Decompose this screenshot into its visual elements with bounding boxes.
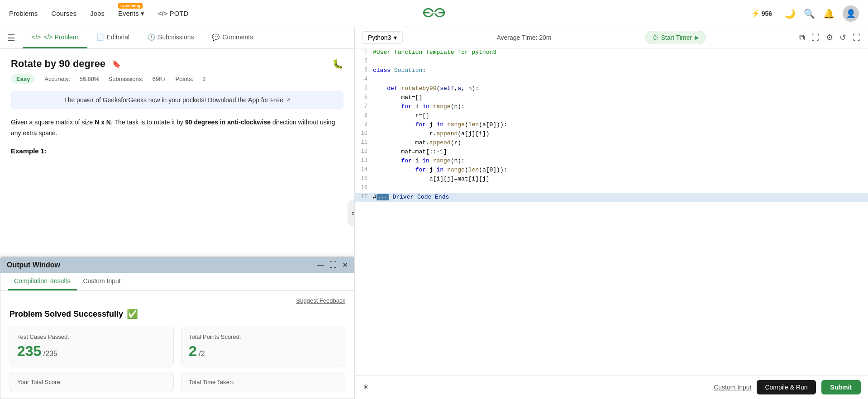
code-line-4: 4 (355, 76, 868, 85)
nav-problems[interactable]: Problems (9, 10, 38, 17)
compile-run-button[interactable]: Compile & Run (757, 380, 816, 394)
gfg-logo (423, 4, 445, 22)
expand-button[interactable]: ⛶ (329, 261, 337, 269)
play-icon: ▶ (695, 34, 699, 41)
test-cases-value: 235 (17, 343, 41, 359)
code-line-13: 13 for i in range(n): (355, 157, 868, 166)
nav-events[interactable]: Upcoming Events ▾ (118, 10, 144, 18)
code-line-16: 16 (355, 184, 868, 193)
suggest-feedback-row: Suggest Feedback (10, 297, 345, 304)
minimize-button[interactable]: — (317, 261, 324, 269)
tab-comments[interactable]: 💬 Comments (203, 27, 262, 48)
test-cases-value-row: 235 /235 (17, 343, 166, 360)
submit-button[interactable]: Submit (821, 380, 861, 394)
test-cases-label: Test Cases Passed: (17, 333, 166, 340)
bottom-actions: Custom Input Compile & Run Submit (714, 380, 861, 394)
chevron-down-icon: ▾ (394, 34, 397, 41)
left-panel: ☰ </> </> Problem 📄 Editorial 🕐 Submissi… (0, 27, 355, 399)
code-icon: </> (32, 33, 41, 41)
right-panel: Python3 ▾ Average Time: 20m ⏱ Start Time… (355, 27, 868, 399)
resize-handle[interactable]: ⇄ (348, 200, 355, 227)
tab-custom-input[interactable]: Custom Input (77, 273, 127, 290)
brightness-icon[interactable]: ☀ (362, 382, 369, 392)
avg-time: Average Time: 20m (496, 34, 551, 41)
editor-toolbar: Python3 ▾ Average Time: 20m ⏱ Start Time… (355, 27, 868, 48)
language-selector[interactable]: Python3 ▾ (362, 31, 403, 44)
notification-icon[interactable]: 🔔 (823, 8, 835, 19)
code-line-11: 11 mat.append(r) (355, 139, 868, 148)
nav-jobs[interactable]: Jobs (90, 10, 105, 17)
example-title: Example 1: (11, 147, 343, 155)
close-editor-icon[interactable]: ⛶ (853, 33, 861, 43)
bug-icon[interactable]: 🐛 (332, 58, 343, 69)
nav-potd[interactable]: </> POTD (158, 10, 189, 17)
problem-title-group: Rotate by 90 degree 🔖 (11, 58, 121, 70)
success-text: Problem Solved Successfully (10, 309, 123, 319)
tab-problem[interactable]: </> </> Problem (23, 27, 87, 48)
success-title: Problem Solved Successfully ✅ (10, 309, 345, 319)
main-layout: ☰ </> </> Problem 📄 Editorial 🕐 Submissi… (0, 27, 868, 399)
problem-description: Given a square matrix of size N x N. The… (11, 117, 343, 139)
points-value: 2 (202, 76, 205, 82)
code-line-3: 3 class Solution: (355, 66, 868, 76)
comment-icon: 💬 (212, 33, 219, 41)
resize-arrows-icon: ⇄ (352, 209, 355, 217)
bookmark-icon[interactable]: 🔖 (112, 60, 121, 68)
output-controls: — ⛶ ✕ (317, 261, 348, 269)
nav-events-label: Events (118, 10, 139, 17)
test-cases-card: Test Cases Passed: 235 /235 (10, 327, 174, 366)
points-scored-value-row: 2 /2 (189, 343, 338, 360)
chevron-down-icon: ▾ (141, 10, 144, 18)
output-window: Output Window — ⛶ ✕ Compilation Results … (0, 256, 355, 399)
nav-courses[interactable]: Courses (51, 10, 76, 17)
external-link-icon: ↗ (286, 97, 291, 103)
upcoming-badge: Upcoming (118, 3, 143, 9)
output-body: Suggest Feedback Problem Solved Successf… (0, 291, 354, 399)
code-editor[interactable]: 1 #User function Template for python3 2 … (355, 48, 868, 375)
output-tabs: Compilation Results Custom Input (0, 273, 354, 291)
tab-compilation-results[interactable]: Compilation Results (8, 273, 77, 290)
expand-editor-icon[interactable]: ⛶ (811, 33, 820, 43)
nav-right: ⚡ 956 ↑ 🌙 🔍 🔔 👤 (751, 5, 859, 22)
code-line-12: 12 mat=mat[::-1] (355, 148, 868, 157)
app-banner[interactable]: The power of GeeksforGeeks now in your p… (11, 91, 343, 109)
code-line-5: 5 def rotateby90(self,a, n): (355, 85, 868, 94)
language-label: Python3 (368, 34, 391, 41)
problem-title-row: Rotate by 90 degree 🔖 🐛 (11, 58, 343, 70)
total-score-card: Your Total Score: (10, 372, 174, 392)
difficulty-badge: Easy (11, 74, 35, 84)
xp-value: 956 (762, 10, 772, 17)
accuracy-label: Accuracy: (44, 76, 70, 82)
points-scored-value: 2 (189, 343, 197, 359)
tab-editorial[interactable]: 📄 Editorial (87, 27, 139, 48)
code-line-1: 1 #User function Template for python3 (355, 48, 868, 57)
xp-counter: ⚡ 956 ↑ (751, 9, 776, 18)
reset-icon[interactable]: ↺ (839, 33, 846, 43)
dark-mode-icon[interactable]: 🌙 (784, 8, 796, 19)
accuracy-value: 56.88% (79, 76, 99, 82)
points-scored-card: Total Points Scored: 2 /2 (181, 327, 345, 366)
logo[interactable] (423, 4, 445, 24)
output-header: Output Window — ⛶ ✕ (0, 257, 354, 273)
sidebar-toggle[interactable]: ☰ (0, 27, 23, 48)
close-button[interactable]: ✕ (342, 261, 348, 269)
bottom-bar: ☀ Custom Input Compile & Run Submit (355, 375, 868, 399)
custom-input-link[interactable]: Custom Input (714, 384, 751, 391)
doc-icon: 📄 (96, 33, 104, 41)
clock-icon: 🕐 (148, 33, 155, 41)
xp-up-icon: ↑ (773, 10, 776, 17)
copy-icon[interactable]: ⧉ (799, 33, 805, 43)
code-line-15: 15 a[i][j]=mat[i][j] (355, 175, 868, 184)
test-cases-total: /235 (43, 350, 57, 357)
start-timer-button[interactable]: ⏱ Start Timer ▶ (645, 31, 706, 44)
total-time-card: Total Time Taken: (181, 372, 345, 392)
timer-label: Start Timer (661, 34, 692, 41)
app-banner-text: The power of GeeksforGeeks now in your p… (64, 96, 283, 104)
tab-submissions[interactable]: 🕐 Submissions (138, 27, 203, 48)
editor-icons: ⧉ ⛶ ⚙ ↺ ⛶ (799, 33, 861, 43)
suggest-feedback-link[interactable]: Suggest Feedback (296, 297, 345, 304)
search-icon[interactable]: 🔍 (804, 8, 815, 19)
settings-icon[interactable]: ⚙ (826, 33, 833, 43)
lightning-icon: ⚡ (751, 9, 760, 18)
user-avatar[interactable]: 👤 (843, 5, 859, 22)
